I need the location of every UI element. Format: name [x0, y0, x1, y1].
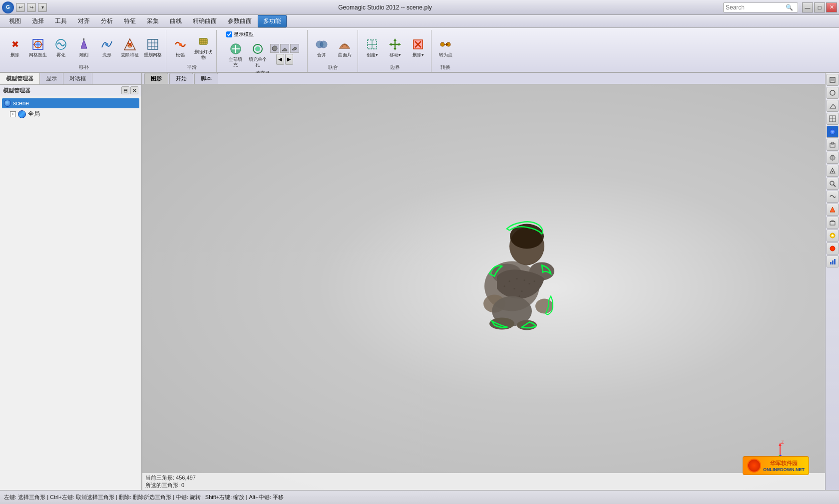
3d-model — [462, 196, 572, 337]
grid-icon — [145, 36, 161, 52]
svg-point-6 — [105, 43, 108, 46]
menu-curves[interactable]: 曲线 — [165, 15, 187, 27]
viewport-tab-script[interactable]: 脚本 — [194, 73, 218, 84]
menu-multifunction[interactable]: 多功能 — [258, 15, 287, 27]
tool-move[interactable]: 移动▾ — [384, 35, 406, 59]
shape-btn-1[interactable] — [270, 44, 279, 53]
rt-btn-12[interactable] — [827, 217, 839, 229]
tool-remove-feature[interactable]: 去除特征 — [119, 35, 141, 59]
rt-btn-3[interactable] — [827, 100, 839, 112]
tool-fill-all[interactable]: 全部填充 — [226, 40, 245, 69]
rt-btn-14[interactable] — [827, 243, 839, 254]
tab-display[interactable]: 显示 — [40, 73, 63, 84]
minimize-button[interactable]: — — [802, 2, 813, 12]
rt-btn-6[interactable] — [827, 139, 839, 151]
tab-dialog[interactable]: 对话框 — [63, 73, 92, 84]
watermark-domain: ONLINEDOWN.NET — [763, 467, 805, 472]
left-panel: 模型管理器 显示 对话框 模型管理器 ⊟ ✕ scene + 全局 — [0, 73, 142, 490]
svg-rect-71 — [831, 78, 834, 81]
svg-point-25 — [255, 46, 260, 51]
svg-point-55 — [513, 288, 515, 289]
tool-curve-sheet[interactable]: 曲面片 — [334, 35, 356, 59]
viewport-tab-start[interactable]: 开始 — [169, 73, 193, 84]
tool-mesh-doctor[interactable]: 网格医生 — [27, 35, 49, 59]
svg-rect-92 — [834, 259, 836, 264]
tree-expand-global[interactable]: + — [10, 111, 16, 117]
viewport-tab-graph[interactable]: 图形 — [144, 73, 168, 84]
svg-rect-11 — [148, 39, 158, 49]
close-button[interactable]: ✕ — [826, 2, 837, 12]
tool-build[interactable]: 创建▾ — [361, 35, 383, 59]
menu-view[interactable]: 视图 — [4, 15, 26, 27]
tool-fill-single[interactable]: 填充单个孔 — [247, 40, 268, 69]
shape-next-button[interactable]: ▶ — [285, 54, 293, 65]
globe-icon — [18, 110, 26, 118]
tree-item-scene[interactable]: scene — [2, 98, 139, 108]
svg-point-59 — [533, 280, 535, 282]
tool-grid-label: 重划网格 — [144, 52, 162, 58]
rt-btn-5[interactable] — [827, 126, 839, 138]
search-input[interactable] — [726, 4, 786, 11]
rt-btn-11[interactable] — [827, 204, 839, 216]
tool-convert[interactable]: 转为点 — [434, 35, 456, 59]
tool-sculpt[interactable]: 雕刻 — [73, 35, 95, 59]
svg-point-16 — [179, 43, 182, 46]
rt-btn-2[interactable] — [827, 87, 839, 99]
svg-point-51 — [517, 320, 537, 330]
tool-relax[interactable]: 松弛 — [169, 35, 191, 59]
undo-button[interactable]: ↩ — [16, 3, 25, 12]
tool-grid[interactable]: 重划网格 — [142, 35, 164, 59]
rt-btn-7[interactable] — [827, 152, 839, 164]
convert-icon — [437, 36, 453, 52]
tool-sandpaper[interactable]: 删除灯状物 — [192, 32, 214, 61]
tool-sandpaper-label: 删除灯状物 — [193, 49, 213, 60]
rt-btn-10[interactable] — [827, 191, 839, 203]
tool-fill-all-label: 全部填充 — [227, 57, 244, 68]
panel-pin-button[interactable]: ⊟ — [121, 86, 129, 94]
delete-icon: ✖ — [7, 36, 23, 52]
rt-btn-15[interactable] — [827, 255, 839, 267]
tool-flow[interactable]: 流形 — [96, 35, 118, 59]
tool-sculpt-label: 雕刻 — [79, 52, 88, 58]
tool-delete[interactable]: ✖ 删除 — [4, 35, 26, 59]
quick-access-button[interactable]: ▾ — [38, 3, 47, 12]
menu-features[interactable]: 特征 — [119, 15, 141, 27]
menu-align[interactable]: 对齐 — [73, 15, 95, 27]
move-icon — [387, 36, 403, 52]
titlebar-left: G ↩ ↪ ▾ — [2, 1, 47, 13]
show-mesh-checkbox[interactable] — [226, 31, 232, 37]
tab-model-manager[interactable]: 模型管理器 — [0, 73, 40, 84]
maximize-button[interactable]: □ — [814, 2, 825, 12]
tool-merge[interactable]: 合并 — [311, 35, 333, 59]
menu-tools[interactable]: 工具 — [50, 15, 72, 27]
menu-analyze[interactable]: 分析 — [96, 15, 118, 27]
shape-prev-button[interactable]: ◀ — [276, 54, 284, 65]
viewport-canvas[interactable]: Z Y X 当前三角形: 456,497 所选的三角形: 0 — [142, 84, 825, 490]
panel-close-button[interactable]: ✕ — [130, 86, 138, 94]
rt-btn-1[interactable] — [827, 74, 839, 86]
menu-collect[interactable]: 采集 — [142, 15, 164, 27]
redo-button[interactable]: ↪ — [27, 3, 36, 12]
search-icon: 🔍 — [786, 4, 793, 11]
shape-btn-2[interactable] — [280, 44, 289, 53]
menu-param-surface[interactable]: 参数曲面 — [223, 15, 257, 27]
rt-btn-4[interactable] — [827, 113, 839, 125]
tool-smooth[interactable]: 雾化 — [50, 35, 72, 59]
tool-build-label: 创建▾ — [367, 52, 378, 58]
rt-btn-8[interactable] — [827, 165, 839, 177]
tool-curve-sheet-label: 曲面片 — [338, 52, 352, 58]
svg-point-53 — [516, 278, 517, 279]
shape-btn-3[interactable] — [290, 44, 299, 53]
tool-remove-boundary[interactable]: 删除▾ — [407, 35, 429, 59]
menu-select[interactable]: 选择 — [27, 15, 49, 27]
menu-exact-surface[interactable]: 精确曲面 — [188, 15, 222, 27]
search-box[interactable]: 🔍 — [723, 2, 798, 12]
build-icon — [364, 36, 380, 52]
rt-btn-9[interactable] — [827, 178, 839, 190]
tree-item-global[interactable]: + 全局 — [2, 108, 139, 120]
rt-btn-13[interactable] — [827, 230, 839, 242]
relax-icon — [172, 36, 188, 52]
svg-rect-91 — [832, 260, 834, 264]
remove-boundary-icon — [410, 36, 426, 52]
svg-rect-86 — [830, 222, 835, 225]
